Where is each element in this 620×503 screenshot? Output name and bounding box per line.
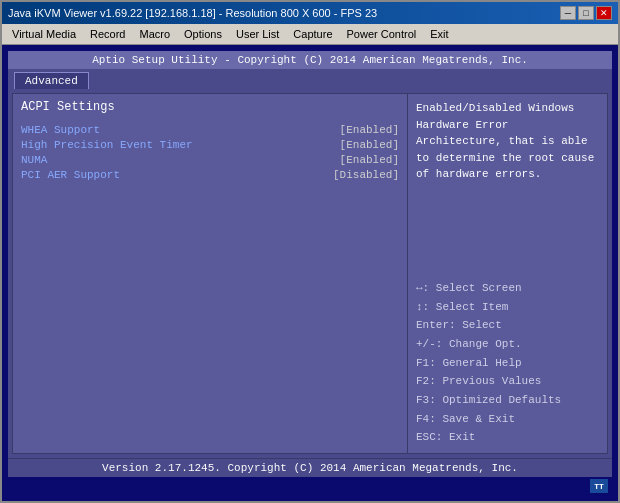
kvm-display: Aptio Setup Utility - Copyright (C) 2014… bbox=[2, 45, 618, 501]
menu-macro[interactable]: Macro bbox=[133, 26, 176, 42]
menu-capture[interactable]: Capture bbox=[287, 26, 338, 42]
bios-item-numa[interactable]: NUMA [Enabled] bbox=[21, 154, 399, 166]
nav-help-change-opt: +/-: Change Opt. bbox=[416, 335, 599, 354]
trendnet-logo: TT bbox=[590, 479, 608, 493]
bios-tab-advanced[interactable]: Advanced bbox=[14, 72, 89, 89]
nav-help-f1: F1: General Help bbox=[416, 354, 599, 373]
nav-help-enter: Enter: Select bbox=[416, 316, 599, 335]
bios-right-panel: Enabled/Disabled Windows Hardware Error … bbox=[408, 93, 608, 454]
bios-copyright: Aptio Setup Utility - Copyright (C) 2014… bbox=[92, 54, 528, 66]
bios-item-hpet[interactable]: High Precision Event Timer [Enabled] bbox=[21, 139, 399, 151]
main-window: Java iKVM Viewer v1.69.22 [192.168.1.18]… bbox=[0, 0, 620, 503]
bios-tabs: Advanced bbox=[8, 69, 612, 89]
title-bar: Java iKVM Viewer v1.69.22 [192.168.1.18]… bbox=[2, 2, 618, 24]
bios-item-numa-value: [Enabled] bbox=[340, 154, 399, 166]
nav-help-f4: F4: Save & Exit bbox=[416, 410, 599, 429]
nav-help-f3: F3: Optimized Defaults bbox=[416, 391, 599, 410]
bios-item-whea[interactable]: WHEA Support [Enabled] bbox=[21, 124, 399, 136]
bios-section-title: ACPI Settings bbox=[21, 100, 399, 114]
menu-record[interactable]: Record bbox=[84, 26, 131, 42]
bios-version: Version 2.17.1245. Copyright (C) 2014 Am… bbox=[102, 462, 518, 474]
close-button[interactable]: ✕ bbox=[596, 6, 612, 20]
menu-options[interactable]: Options bbox=[178, 26, 228, 42]
bios-nav-help: ↔: Select Screen ↕: Select Item Enter: S… bbox=[416, 279, 599, 447]
minimize-button[interactable]: ─ bbox=[560, 6, 576, 20]
bios-item-numa-label: NUMA bbox=[21, 154, 47, 166]
bios-item-pci-aer-label: PCI AER Support bbox=[21, 169, 120, 181]
bios-frame: Aptio Setup Utility - Copyright (C) 2014… bbox=[8, 51, 612, 477]
nav-help-esc: ESC: Exit bbox=[416, 428, 599, 447]
bios-item-pci-aer-value: [Disabled] bbox=[333, 169, 399, 181]
window-title: Java iKVM Viewer v1.69.22 [192.168.1.18]… bbox=[8, 7, 377, 19]
nav-help-select-item: ↕: Select Item bbox=[416, 298, 599, 317]
bios-content: ACPI Settings WHEA Support [Enabled] Hig… bbox=[8, 89, 612, 458]
bios-item-hpet-value: [Enabled] bbox=[340, 139, 399, 151]
bios-left-panel: ACPI Settings WHEA Support [Enabled] Hig… bbox=[12, 93, 408, 454]
bios-help-text: Enabled/Disabled Windows Hardware Error … bbox=[416, 100, 599, 183]
menu-power-control[interactable]: Power Control bbox=[341, 26, 423, 42]
menu-user-list[interactable]: User List bbox=[230, 26, 285, 42]
logo-block-tt-1: TT bbox=[590, 479, 608, 493]
window-controls: ─ □ ✕ bbox=[560, 6, 612, 20]
nav-help-select-screen: ↔: Select Screen bbox=[416, 279, 599, 298]
bios-footer: Version 2.17.1245. Copyright (C) 2014 Am… bbox=[8, 458, 612, 477]
maximize-button[interactable]: □ bbox=[578, 6, 594, 20]
menu-virtual-media[interactable]: Virtual Media bbox=[6, 26, 82, 42]
nav-help-f2: F2: Previous Values bbox=[416, 372, 599, 391]
bios-item-whea-value: [Enabled] bbox=[340, 124, 399, 136]
menu-exit[interactable]: Exit bbox=[424, 26, 454, 42]
bios-header: Aptio Setup Utility - Copyright (C) 2014… bbox=[8, 51, 612, 69]
kvm-footer: TT bbox=[8, 477, 612, 495]
menu-bar: Virtual Media Record Macro Options User … bbox=[2, 24, 618, 45]
bios-item-hpet-label: High Precision Event Timer bbox=[21, 139, 193, 151]
bios-item-whea-label: WHEA Support bbox=[21, 124, 100, 136]
bios-item-pci-aer[interactable]: PCI AER Support [Disabled] bbox=[21, 169, 399, 181]
